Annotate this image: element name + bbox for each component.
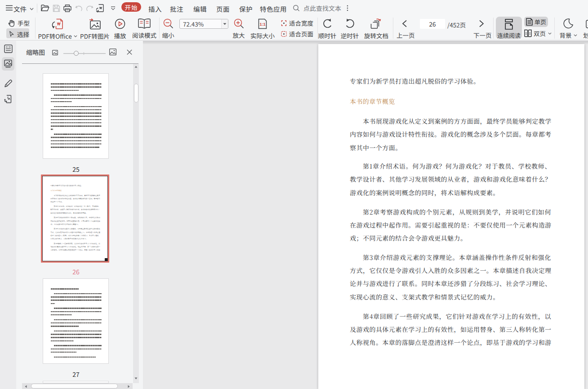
annotation-panel-button[interactable] (2, 77, 14, 89)
rotate-counterclockwise-button[interactable]: 逆时针 (340, 18, 359, 39)
previous-page-label[interactable]: 上一页 (396, 31, 415, 40)
double-page-button[interactable]: 双页 (524, 29, 553, 38)
thumbnail-caption-25[interactable]: 25 (43, 165, 109, 174)
fit-width-button[interactable]: 适合宽度 (281, 18, 313, 27)
zoom-level-combobox[interactable]: 72.43% (179, 19, 228, 29)
tab-home[interactable]: 开始 (121, 2, 141, 12)
rotate-counterclockwise-icon (344, 18, 356, 29)
thumbnails-icon (4, 59, 13, 68)
zoom-out-button[interactable]: 缩小 (162, 18, 174, 39)
undo-button[interactable] (74, 4, 83, 13)
fit-page-button[interactable]: 适合页面 (281, 29, 313, 38)
viewport-resize-handle[interactable] (105, 258, 107, 261)
hand-tool-button[interactable]: 手型 (8, 18, 30, 27)
continuous-reading-label: 连续阅读 (497, 31, 521, 40)
background-label: 背景 (560, 31, 572, 40)
pdf-to-word-quick-button[interactable] (96, 4, 105, 13)
next-page-label[interactable]: 下一页 (473, 31, 492, 40)
redo-button[interactable] (85, 4, 94, 13)
thumbnail-page-25[interactable] (43, 73, 109, 159)
scroll-left-arrow[interactable] (25, 385, 27, 388)
thumbnail-caption-26[interactable]: 26 (43, 267, 109, 276)
export-image-panel-button[interactable] (2, 93, 14, 106)
doc-paragraph: 第2章考察游戏构成的个别元素，从规则到美学，并说明它们如何在游戏过程中起作用。需… (50, 216, 100, 226)
open-file-button[interactable] (40, 4, 49, 13)
document-canvas[interactable]: 专家们为新学员打造出超凡脱俗的学习体验。本书的章节概览本书展现游戏化从定义到案例… (143, 41, 588, 389)
ribbon-separator (554, 18, 555, 39)
tab-special-apps[interactable]: 特色应用 (260, 4, 287, 13)
hamburger-menu-button[interactable] (6, 5, 13, 11)
previous-page-button[interactable] (401, 20, 408, 27)
select-tool-button[interactable]: 选择 (8, 30, 29, 39)
rotate-document-button[interactable]: 旋转文档 (364, 18, 389, 39)
next-page-button[interactable] (478, 20, 485, 27)
chevron-down-icon (223, 23, 227, 25)
read-mode-button[interactable]: 阅读模式 (131, 18, 157, 39)
fit-page-label: 适合页面 (289, 29, 313, 38)
outline-panel-button[interactable] (2, 42, 14, 55)
thumbnail-page-26-selected[interactable]: 专家们为新学员打造出超凡脱俗的学习体验。本书的章节概览本书展现游戏化从定义到案例… (41, 174, 109, 263)
thumbnail-size-small-icon[interactable] (52, 50, 58, 55)
close-panel-button[interactable] (127, 49, 132, 55)
search-placeholder: 点此查找文本 (303, 4, 341, 13)
actual-size-button[interactable]: 1:1 实际大小 (250, 18, 275, 39)
highlight-translate-icon (586, 20, 588, 29)
doc-paragraph: 第3章介绍游戏元素的支撑理论。本章涵盖操作性条件反射和强化方式，它仅仅是令游戏引… (50, 227, 100, 240)
print-button[interactable] (63, 4, 72, 13)
doc-opening-line: 专家们为新学员打造出超凡脱俗的学习体验。 (350, 75, 551, 88)
zoom-level-value: 72.43% (180, 19, 221, 28)
fit-page-icon (281, 31, 287, 37)
tab-page[interactable]: 页面 (216, 4, 230, 13)
thumbnail-panel-button[interactable] (2, 57, 14, 71)
scroll-up-arrow[interactable] (134, 66, 138, 68)
zoom-out-label: 缩小 (162, 31, 174, 40)
export-image-icon (4, 95, 13, 104)
hand-tool-label: 手型 (18, 18, 30, 27)
file-menu-button[interactable]: 文件 (13, 4, 34, 13)
background-moon-icon (563, 18, 573, 29)
tab-annotate[interactable]: 批注 (170, 4, 183, 13)
file-menu-label: 文件 (13, 4, 27, 13)
doc-paragraph: 第1章介绍术语。何为游戏？何为游戏化？对于教员、学校教师、教学设计者、其他学习发… (50, 205, 100, 215)
thumbnail-size-large-icon[interactable] (109, 49, 116, 55)
scroll-right-arrow[interactable] (128, 385, 130, 388)
tab-edit[interactable]: 编辑 (193, 4, 207, 13)
scroll-down-arrow[interactable] (134, 377, 138, 380)
ribbon-separator (393, 18, 393, 39)
background-button[interactable]: 背景 (558, 18, 578, 39)
pdf-to-image-icon (89, 18, 101, 30)
single-page-label: 单页 (535, 18, 546, 26)
pdf-to-image-button[interactable]: PDF转图片 (80, 18, 110, 39)
single-page-toggle[interactable]: 单页 (524, 17, 548, 27)
doc-paragraph: 第3章介绍游戏元素的支撑理论。本章涵盖操作性条件反射和强化方式，它仅仅是令游戏引… (350, 251, 551, 304)
play-button[interactable]: 播放 (113, 18, 127, 39)
continuous-reading-toggle[interactable]: 连续阅读 (496, 17, 522, 39)
save-button[interactable] (52, 4, 61, 13)
slider-tick (84, 52, 84, 55)
zoom-in-button[interactable]: 放大 (232, 18, 245, 39)
page-number-input[interactable]: 26 (420, 19, 445, 29)
rotate-clockwise-button[interactable]: 顺时针 (318, 18, 337, 39)
chevron-down-icon (548, 32, 552, 35)
thumbnail-page-27[interactable] (43, 278, 109, 364)
pdf-to-office-button[interactable]: PDF转Office (39, 18, 76, 39)
actual-size-label: 实际大小 (250, 31, 275, 40)
pdf-page[interactable]: 专家们为新学员打造出超凡脱俗的学习体验。本书的章节概览本书展现游戏化从定义到案例… (318, 44, 584, 389)
tab-insert[interactable]: 插入 (148, 4, 162, 13)
thumbnail-caption-27[interactable]: 27 (43, 370, 109, 379)
thumbnail-size-slider[interactable] (63, 53, 106, 54)
tab-protect[interactable]: 保护 (239, 4, 253, 13)
main-area: 缩略图 (0, 41, 588, 389)
vertical-scrollbar-thumb[interactable] (134, 84, 138, 103)
thumbnail-vertical-scrollbar[interactable] (133, 64, 139, 383)
kebab-menu-icon[interactable] (347, 5, 348, 11)
doc-section-heading: 本书的章节概览 (350, 95, 551, 108)
quick-toolbar-more-button[interactable] (108, 4, 117, 13)
thumbnail-horizontal-scrollbar[interactable] (22, 383, 133, 389)
slider-knob[interactable] (74, 51, 79, 56)
horizontal-scrollbar-thumb[interactable] (31, 384, 118, 389)
svg-text:1:1: 1:1 (259, 22, 265, 27)
zoom-dropdown-button[interactable] (221, 19, 228, 28)
pdf-to-word-icon (96, 4, 105, 13)
find-text-search[interactable]: 点此查找文本 (293, 4, 348, 13)
